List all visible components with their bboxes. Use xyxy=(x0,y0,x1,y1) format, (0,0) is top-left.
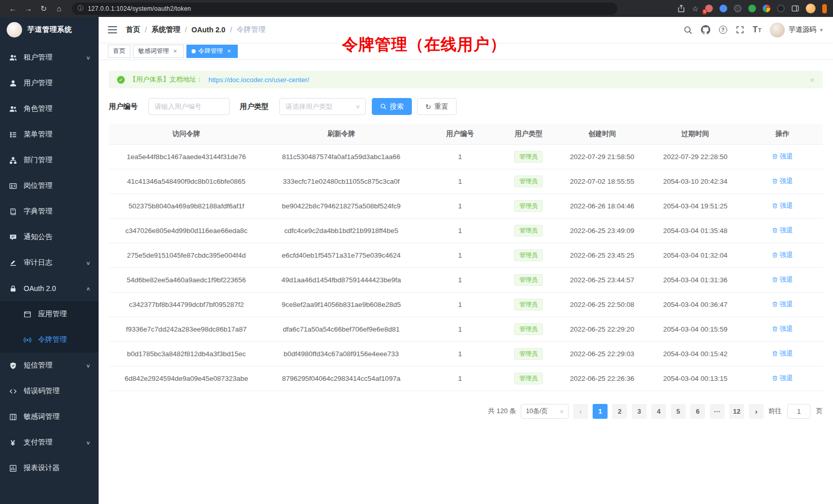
table-row: c347026e805e4d99b0d116eae66eda8c cdfc4ce… xyxy=(109,218,823,243)
close-icon[interactable]: × xyxy=(810,75,815,84)
user-menu[interactable]: 芋道源码 ▾ xyxy=(770,23,823,37)
tab-token[interactable]: 令牌管理 × xyxy=(186,45,238,58)
browser-update-pill[interactable] xyxy=(822,4,827,13)
breadcrumb-system[interactable]: 系统管理 xyxy=(152,25,180,34)
extension-icon-3[interactable] xyxy=(734,5,742,12)
font-size-icon[interactable]: TT xyxy=(753,25,762,34)
app-window-icon xyxy=(23,310,31,318)
tab-label: 首页 xyxy=(113,47,125,55)
more-pages-button[interactable]: ··· xyxy=(710,404,725,419)
sidebar-item-menu[interactable]: 菜单管理 xyxy=(0,122,99,147)
created-time: 2022-06-25 23:49:09 xyxy=(570,227,634,235)
back-icon[interactable]: ← xyxy=(6,2,20,15)
page-size-select[interactable]: 10条/页 ∨ xyxy=(521,404,569,419)
sidebar-item-oauth2-token[interactable]: 令牌管理 xyxy=(0,327,99,353)
force-logout-button[interactable]: 强退 xyxy=(772,374,793,383)
next-page-button[interactable]: › xyxy=(749,404,764,419)
user-id: 1 xyxy=(458,325,462,333)
menu-label: OAuth 2.0 xyxy=(24,284,56,293)
breadcrumb-home[interactable]: 首页 xyxy=(126,25,140,34)
table-row: 275e5de9151045fe87cbdc395e004f4d e6cfd40… xyxy=(109,243,823,267)
refresh-token: 333ecfc71e02480cb11055c875c3ca0f xyxy=(283,178,400,185)
extension-icon-4[interactable] xyxy=(748,5,756,12)
menu-label: 应用管理 xyxy=(38,309,67,319)
total-count: 共 120 条 xyxy=(488,406,516,416)
help-icon[interactable]: ? xyxy=(719,26,727,34)
goto-page-input[interactable] xyxy=(787,404,810,419)
extensions-puzzle-icon[interactable] xyxy=(763,5,770,12)
page-button-2[interactable]: 2 xyxy=(612,404,627,419)
reload-icon[interactable]: ↻ xyxy=(37,2,50,15)
home-icon[interactable]: ⌂ xyxy=(52,2,66,15)
prev-page-button[interactable]: ‹ xyxy=(573,404,588,419)
lock-icon xyxy=(9,284,17,293)
bookmark-star-icon[interactable]: ☆ xyxy=(692,5,698,13)
access-token: 54d6be82ee5a460a9aedc1f9bf223656 xyxy=(127,276,246,284)
force-logout-button[interactable]: 强退 xyxy=(772,324,793,334)
page-button-12[interactable]: 12 xyxy=(729,404,744,419)
sidebar-item-post[interactable]: 岗位管理 xyxy=(0,173,99,199)
force-logout-button[interactable]: 强退 xyxy=(772,201,793,210)
forward-icon[interactable]: → xyxy=(22,2,35,15)
force-logout-button[interactable]: 强退 xyxy=(772,177,793,186)
sidebar-item-sms[interactable]: 短信管理 ∨ xyxy=(0,353,99,378)
sidebar-item-sensitive-word[interactable]: 敏感词管理 xyxy=(0,404,99,430)
page-button-3[interactable]: 3 xyxy=(632,404,647,419)
sidebar-item-role[interactable]: 角色管理 xyxy=(0,96,99,122)
reset-button[interactable]: ↻ 重置 xyxy=(417,98,457,115)
page-button-5[interactable]: 5 xyxy=(671,404,686,419)
logo-image xyxy=(7,22,22,37)
side-panel-icon[interactable] xyxy=(791,5,799,12)
avatar xyxy=(770,23,785,37)
user-type-badge: 管理员 xyxy=(514,151,543,163)
sidebar-item-report-designer[interactable]: 报表设计器 xyxy=(0,455,99,481)
sidebar-item-tenant[interactable]: 租户管理 ∨ xyxy=(0,45,99,70)
force-logout-button[interactable]: 强退 xyxy=(772,275,793,284)
table-row: 1ea5e44f8bc1467aaede43144f31de76 811c530… xyxy=(109,144,823,169)
force-logout-button[interactable]: 强退 xyxy=(772,226,793,235)
profile-avatar[interactable] xyxy=(806,4,816,13)
app-logo[interactable]: 芋道管理系统 xyxy=(0,17,99,43)
force-logout-button[interactable]: 强退 xyxy=(772,300,793,309)
sidebar-item-audit-log[interactable]: 审计日志 ∨ xyxy=(0,250,99,276)
close-icon[interactable]: × xyxy=(225,48,233,55)
search-icon[interactable] xyxy=(684,26,692,34)
fullscreen-icon[interactable] xyxy=(736,26,744,34)
expire-time: 2054-03-04 19:51:25 xyxy=(663,202,727,210)
force-logout-button[interactable]: 强退 xyxy=(772,349,793,358)
tab-home[interactable]: 首页 xyxy=(108,45,130,58)
sidebar-item-dept[interactable]: 部门管理 xyxy=(0,147,99,173)
extension-icon-2[interactable] xyxy=(720,5,727,12)
user-id-input[interactable] xyxy=(148,98,230,115)
share-icon[interactable] xyxy=(677,5,685,12)
table-row: 6d842e2924594de9a09e45e087323abe 8796295… xyxy=(109,366,823,391)
url-bar[interactable]: ⓘ 127.0.0.1:1024/system/oauth2/token xyxy=(72,3,617,15)
col-user-id: 用户编号 xyxy=(419,124,501,144)
sidebar-item-dict[interactable]: 字典管理 xyxy=(0,199,99,224)
page-button-6[interactable]: 6 xyxy=(690,404,705,419)
main-area: 首页 / 系统管理 / OAuth 2.0 / 令牌管理 ? xyxy=(99,17,833,504)
sidebar-item-user[interactable]: 用户管理 xyxy=(0,70,99,96)
sidebar-item-oauth2[interactable]: OAuth 2.0 ∧ xyxy=(0,276,99,301)
access-token: f9336e7c7dd242a283ee98dc86b17a87 xyxy=(126,325,247,333)
page-button-4[interactable]: 4 xyxy=(651,404,666,419)
github-icon[interactable] xyxy=(701,25,710,34)
close-icon[interactable]: × xyxy=(172,48,179,55)
force-logout-button[interactable]: 强退 xyxy=(772,250,793,260)
breadcrumb-oauth2[interactable]: OAuth 2.0 xyxy=(192,26,225,34)
site-info-icon[interactable]: ⓘ xyxy=(78,4,84,13)
extension-icon-5[interactable] xyxy=(777,5,785,12)
user-type-select[interactable]: 请选择用户类型 ∨ xyxy=(279,98,366,115)
sidebar-item-error-code[interactable]: 错误码管理 xyxy=(0,378,99,404)
doc-link[interactable]: https://doc.iocoder.cn/user-center/ xyxy=(209,76,309,84)
sidebar-item-oauth2-app[interactable]: 应用管理 xyxy=(0,301,99,327)
sidebar-item-notice[interactable]: 通知公告 xyxy=(0,224,99,250)
search-button-label: 搜索 xyxy=(390,102,404,111)
tab-sensitive-word[interactable]: 敏感词管理 × xyxy=(133,45,184,58)
extension-icon-1[interactable]: 0 xyxy=(705,5,713,12)
sidebar-item-pay[interactable]: ¥ 支付管理 ∨ xyxy=(0,430,99,455)
page-button-1[interactable]: 1 xyxy=(593,404,608,419)
force-logout-button[interactable]: 强退 xyxy=(772,152,793,161)
hamburger-icon[interactable] xyxy=(108,26,117,33)
search-button[interactable]: 搜索 xyxy=(372,98,412,115)
